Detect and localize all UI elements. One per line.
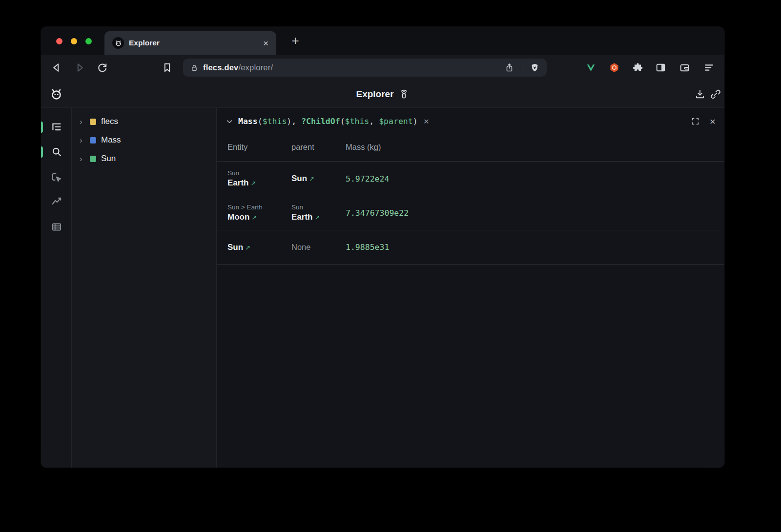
parent-link[interactable]: Earth↗ <box>291 211 346 223</box>
inspect-icon[interactable] <box>50 171 63 184</box>
entities-tree-icon[interactable] <box>50 121 63 133</box>
query-search-icon[interactable] <box>50 145 63 158</box>
query-variable: $this <box>263 117 287 126</box>
parent-none: None <box>291 243 310 251</box>
connection-remote-icon[interactable] <box>398 89 410 100</box>
query-term: Mass <box>238 117 258 126</box>
query-header: Mass($this), ?ChildOf($this, $parent) × … <box>217 108 724 133</box>
component-swatch <box>90 137 96 143</box>
open-link-icon: ↗ <box>314 214 320 221</box>
tree-item-label: flecs <box>101 117 118 126</box>
entity-swatch <box>90 156 96 162</box>
mass-value: 1.9885e31 <box>346 243 389 252</box>
table-row: Sun > Earth Moon↗ Sun Earth↗ 7.34767309e… <box>217 196 724 230</box>
table-row: Sun↗ None 1.9885e31 <box>217 230 724 265</box>
browser-tab-explorer[interactable]: Explorer × <box>104 31 276 55</box>
open-link-icon: ↗ <box>250 180 256 187</box>
tree-item-label: Mass <box>101 135 121 145</box>
column-header-parent: parent <box>291 143 346 152</box>
stats-chart-icon[interactable] <box>50 195 63 207</box>
vue-devtools-extension-icon[interactable] <box>585 61 597 74</box>
page-title-group: Explorer <box>41 81 724 108</box>
query-variable: $parent <box>379 117 413 126</box>
column-header-entity: Entity <box>217 143 291 152</box>
chevron-right-icon[interactable]: › <box>80 155 87 163</box>
entity-parent-path: Sun > Earth <box>227 203 291 211</box>
new-tab-button[interactable]: + <box>288 34 303 48</box>
chevron-down-icon[interactable] <box>225 117 234 126</box>
download-icon[interactable] <box>694 88 706 100</box>
tab-close-icon[interactable]: × <box>263 39 268 48</box>
tree-item-label: Sun <box>101 154 116 164</box>
lock-icon <box>190 63 199 72</box>
query-panel: Mass($this), ?ChildOf($this, $parent) × … <box>217 108 724 468</box>
browser-window: Explorer × + fle <box>41 27 724 468</box>
query-term: ?ChildOf <box>301 117 340 126</box>
sidebar-toggle-icon[interactable] <box>655 61 667 74</box>
module-swatch <box>90 119 96 125</box>
table-header-row: Entity parent Mass (kg) <box>217 133 724 162</box>
mass-value: 7.34767309e22 <box>346 208 409 218</box>
bookmark-icon[interactable] <box>161 61 173 74</box>
chevron-right-icon[interactable]: › <box>80 118 87 126</box>
chevron-right-icon[interactable]: › <box>80 136 87 144</box>
browser-toolbar: flecs.dev/explorer/ <box>41 55 724 81</box>
tab-title: Explorer <box>129 39 160 47</box>
tree-item-sun[interactable]: › Sun <box>72 149 216 168</box>
query-header-actions: × <box>691 116 716 126</box>
minimize-window-button[interactable] <box>71 38 77 44</box>
tree-item-mass[interactable]: › Mass <box>72 131 216 149</box>
explorer-main: › flecs › Mass › Sun Mass($this), ?Chi <box>41 108 724 468</box>
open-link-icon: ↗ <box>245 244 250 251</box>
tree-item-flecs[interactable]: › flecs <box>72 112 216 131</box>
url-bar[interactable]: flecs.dev/explorer/ <box>183 59 547 77</box>
icon-rail <box>41 108 72 468</box>
explorer-header: Explorer <box>41 81 724 108</box>
commands-table-icon[interactable] <box>50 221 63 233</box>
query-result-table: Entity parent Mass (kg) Sun Earth↗ Sun↗ … <box>217 133 724 265</box>
entity-link[interactable]: Earth↗ <box>227 177 291 189</box>
parent-path: Sun <box>291 203 346 211</box>
entity-link[interactable]: Sun↗ <box>227 242 291 253</box>
url-host: flecs.dev <box>203 63 238 72</box>
maximize-window-button[interactable] <box>85 38 92 44</box>
parent-link[interactable]: Sun↗ <box>291 173 346 184</box>
table-row: Sun Earth↗ Sun↗ 5.9722e24 <box>217 162 724 196</box>
flecs-favicon-icon <box>112 37 124 49</box>
expand-fullscreen-icon[interactable] <box>691 117 700 126</box>
entity-tree-panel: › flecs › Mass › Sun <box>72 108 217 468</box>
active-indicator <box>41 122 43 133</box>
wallet-icon[interactable] <box>678 61 691 74</box>
reload-button[interactable] <box>96 61 108 74</box>
back-button[interactable] <box>50 61 62 74</box>
link-icon[interactable] <box>710 88 721 100</box>
url-text: flecs.dev/explorer/ <box>203 63 273 72</box>
open-link-icon: ↗ <box>251 214 257 221</box>
url-path: /explorer/ <box>238 63 273 72</box>
query-variable: $this <box>345 117 370 126</box>
column-header-mass: Mass (kg) <box>346 143 724 152</box>
extensions-puzzle-icon[interactable] <box>632 61 644 74</box>
urlbar-divider <box>522 63 522 73</box>
mass-value: 5.9722e24 <box>346 174 389 184</box>
entity-parent-path: Sun <box>227 169 291 177</box>
entity-link[interactable]: Moon↗ <box>227 211 291 223</box>
share-icon[interactable] <box>504 62 514 73</box>
forward-button[interactable] <box>74 61 86 74</box>
page-title: Explorer <box>356 89 393 100</box>
query-close-icon[interactable]: × <box>710 116 716 126</box>
open-link-icon: ↗ <box>309 175 314 183</box>
browser-titlebar: Explorer × + <box>41 27 724 55</box>
query-clear-icon[interactable]: × <box>424 117 429 126</box>
active-indicator <box>41 146 43 158</box>
menu-icon[interactable] <box>703 61 715 74</box>
close-window-button[interactable] <box>56 38 62 44</box>
hexagon-extension-icon[interactable] <box>608 61 620 74</box>
brave-shield-icon[interactable] <box>530 62 540 73</box>
query-expression[interactable]: Mass($this), ?ChildOf($this, $parent) <box>238 117 418 126</box>
